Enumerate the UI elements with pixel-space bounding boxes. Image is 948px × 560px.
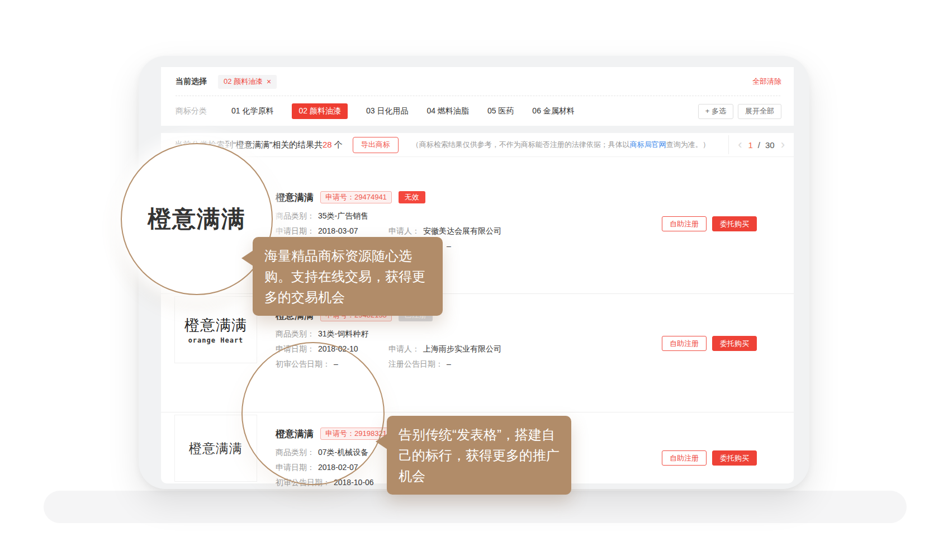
category-item[interactable]: 02 颜料油漆 <box>292 103 347 119</box>
page-separator: / <box>758 140 760 150</box>
disclaimer-text: （商标检索结果仅供参考，不作为商标能否注册的法律依据；具体以商标局官网查询为准。… <box>412 140 710 150</box>
trademark-thumbnail[interactable]: 橙意满满 orange Heart <box>174 296 257 363</box>
current-page: 1 <box>748 140 752 150</box>
results-header: 当前分类检索到“橙意满满”相关的结果共28 个 导出商标 （商标检索结果仅供参考… <box>161 133 794 156</box>
application-number-badge: 申请号：29474941 <box>320 191 392 203</box>
trademark-office-link[interactable]: 商标局官网 <box>630 140 666 149</box>
magnifier-circle-top: 橙意满满 <box>121 143 273 295</box>
callout-promo-tooltip: 告别传统“发表格”，搭建自己的标行，获得更多的推广机会 <box>387 416 571 495</box>
export-trademarks-button[interactable]: 导出商标 <box>353 137 399 153</box>
field-value: 35类-广告销售 <box>318 211 368 221</box>
field-label: 商品类别： <box>276 329 315 339</box>
category-list: 01 化学原料02 颜料油漆03 日化用品04 燃料油脂05 医药06 金属材料 <box>231 103 575 119</box>
multi-select-button[interactable]: + 多选 <box>698 104 733 119</box>
thumbnail-text: 橙意满满 <box>184 315 247 335</box>
entrust-buy-button[interactable]: 委托购买 <box>712 336 757 351</box>
self-register-button[interactable]: 自助注册 <box>662 216 707 231</box>
self-register-button[interactable]: 自助注册 <box>662 336 707 351</box>
field-line: 申请日期：2018-03-07申请人：安徽美达会展有限公司 <box>276 226 501 236</box>
pagination: ‹ 1 / 30 › <box>728 135 786 154</box>
field-value: 31类-饲料种籽 <box>318 329 368 339</box>
callout-trade-tooltip: 海量精品商标资源随心选购。支持在线交易，获得更多的交易机会 <box>253 237 443 316</box>
field-value: 2018-03-07 <box>318 226 358 236</box>
field-value: – <box>447 241 451 251</box>
next-page-icon[interactable]: › <box>780 139 786 151</box>
magnified-trademark-text: 橙意满满 <box>148 203 246 235</box>
category-label: 商标分类 <box>176 106 207 116</box>
tooltip-arrow-icon <box>376 434 387 449</box>
magnifier-circle-bottom <box>241 342 385 485</box>
self-register-button[interactable]: 自助注册 <box>662 450 707 466</box>
result-actions: 自助注册委托购买 <box>662 450 757 466</box>
selected-filter-tag-label: 02 颜料油漆 <box>224 77 263 87</box>
category-buttons: + 多选 展开全部 <box>698 104 781 119</box>
trademark-search-page: 当前选择 02 颜料油漆 × 全部清除 商标分类 01 化学原料02 颜料油漆0… <box>0 0 948 560</box>
category-item[interactable]: 01 化学原料 <box>231 106 273 116</box>
field-line: 商品类别：35类-广告销售 <box>276 211 501 221</box>
field-label: 注册公告日期： <box>388 359 443 369</box>
current-selection-label: 当前选择 <box>176 77 207 87</box>
device-base-bar <box>44 491 907 523</box>
category-item[interactable]: 06 金属材料 <box>532 106 574 116</box>
field-label: 申请人： <box>388 226 420 236</box>
close-icon[interactable]: × <box>267 78 271 86</box>
result-actions: 自助注册委托购买 <box>662 336 757 351</box>
expand-all-button[interactable]: 展开全部 <box>738 104 781 119</box>
results-count: 28 <box>323 140 332 149</box>
status-badge: 无效 <box>399 191 425 203</box>
entrust-buy-button[interactable]: 委托购买 <box>712 216 757 231</box>
current-selection-row: 当前选择 02 颜料油漆 × 全部清除 <box>176 74 781 89</box>
callout-trade-text: 海量精品商标资源随心选购。支持在线交易，获得更多的交易机会 <box>264 248 425 305</box>
selected-filter-tag[interactable]: 02 颜料油漆 × <box>218 75 277 89</box>
field-value: 安徽美达会展有限公司 <box>423 226 501 236</box>
clear-all-link[interactable]: 全部清除 <box>752 77 781 87</box>
entrust-buy-button[interactable]: 委托购买 <box>712 450 757 466</box>
field-line: 商品类别：31类-饲料种籽 <box>276 329 501 339</box>
prev-page-icon[interactable]: ‹ <box>737 139 743 151</box>
result-actions: 自助注册委托购买 <box>662 216 757 231</box>
category-item[interactable]: 04 燃料油脂 <box>426 106 468 116</box>
dashed-divider <box>176 96 780 96</box>
field-label: 商品类别： <box>276 211 315 221</box>
tooltip-arrow-icon <box>241 250 253 266</box>
callout-promo-text: 告别传统“发表格”，搭建自己的标行，获得更多的推广机会 <box>399 427 560 483</box>
field-label: 申请日期： <box>276 226 315 236</box>
total-pages: 30 <box>765 140 775 150</box>
thumbnail-text: 橙意满满 <box>189 440 243 457</box>
trademark-name[interactable]: 橙意满满 <box>276 191 314 204</box>
thumbnail-subtext: orange Heart <box>188 336 244 344</box>
field-value: 上海雨步实业有限公司 <box>423 344 501 354</box>
field-label: 申请人： <box>388 344 420 354</box>
category-item[interactable]: 03 日化用品 <box>366 106 408 116</box>
field-value: – <box>447 359 451 369</box>
category-row: 商标分类 01 化学原料02 颜料油漆03 日化用品04 燃料油脂05 医药06… <box>176 103 781 119</box>
category-item[interactable]: 05 医药 <box>487 106 514 116</box>
